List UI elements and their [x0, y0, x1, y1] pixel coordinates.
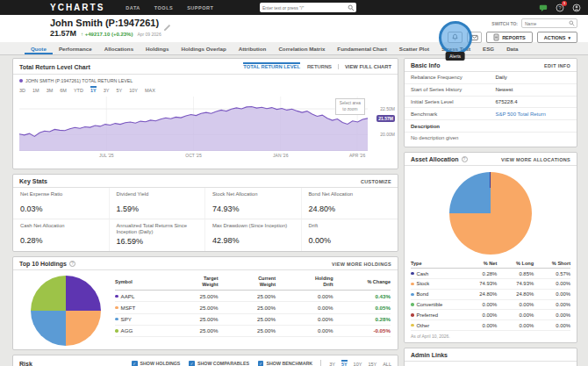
percent-net: 74.93%: [460, 281, 497, 286]
allocation-row-stock: Stock74.93%74.93%0.00%: [411, 279, 570, 290]
admin-link-john-smith-admin[interactable]: John Smith Admin: [405, 362, 577, 366]
stat-value: 24.80%: [309, 205, 391, 213]
chat-icon[interactable]: [539, 4, 548, 12]
chart-range-10y[interactable]: 10Y: [129, 86, 138, 93]
stat-label: Drift: [309, 223, 391, 234]
chart-range-5y[interactable]: 5Y: [116, 86, 122, 93]
holding-symbol: SPY: [115, 316, 161, 322]
checkbox-show-benchmark[interactable]: ✓SHOW BENCHMARK: [258, 361, 312, 366]
target-weight: 25.00%: [161, 316, 219, 322]
chart-range-3y[interactable]: 3Y: [104, 86, 110, 93]
chart-range-max[interactable]: MAX: [145, 86, 155, 93]
key-stat-drift: Drift0.00%: [302, 219, 398, 251]
view-full-chart-link[interactable]: VIEW FULL CHART: [338, 64, 391, 69]
column-header-target-weight: Target Weight: [161, 276, 219, 288]
edit-pencil-icon[interactable]: [163, 19, 171, 27]
risk-range-15y[interactable]: 15Y: [368, 360, 376, 366]
allocation-type: Stock: [411, 281, 460, 286]
checkbox-show-comparables[interactable]: ✓SHOW COMPARABLES: [189, 361, 249, 366]
checkbox-show-holdings[interactable]: ✓SHOW HOLDINGS: [132, 361, 180, 366]
allocation-type: Preferred: [411, 312, 460, 318]
total-return-area-chart[interactable]: [19, 97, 368, 151]
holding-row-msft[interactable]: MSFT25.00%25.00%0.00%0.05%: [115, 302, 391, 313]
target-weight: 25.00%: [161, 293, 219, 299]
info-row-start-of-series-history: Start of Series HistoryNewest: [405, 84, 577, 97]
view-more-holdings-link[interactable]: VIEW MORE HOLDINGS: [332, 262, 391, 267]
view-more-allocations-link[interactable]: VIEW MORE ALLOCATIONS: [501, 157, 570, 162]
checked-checkbox-icon[interactable]: ✓: [132, 361, 138, 366]
percent-short: 0.00%: [534, 323, 570, 328]
info-value[interactable]: S&P 500 Total Return: [495, 111, 545, 117]
top-nav-item-data[interactable]: DATA: [125, 5, 140, 11]
notification-badge: 1: [562, 1, 567, 6]
column-header-holding-drift: Holding Drift: [276, 276, 333, 288]
tab-correlation-matrix[interactable]: Correlation Matrix: [272, 42, 331, 54]
holding-drift: 0.00%: [276, 316, 333, 322]
stat-value: 74.93%: [212, 205, 294, 213]
email-button[interactable]: [467, 32, 482, 43]
holdings-table: SymbolTarget WeightCurrent WeightHolding…: [115, 275, 391, 337]
info-label: Initial Series Level: [411, 99, 495, 104]
tab-data[interactable]: Data: [500, 42, 524, 54]
tab-holdings-overlap[interactable]: Holdings Overlap: [176, 42, 233, 54]
user-icon[interactable]: [572, 4, 581, 12]
stat-value: 0.03%: [20, 205, 102, 213]
risk-range-5y[interactable]: 5Y: [341, 360, 348, 366]
current-weight: 25.00%: [219, 316, 276, 322]
info-icon[interactable]: ?: [69, 261, 75, 267]
tab-allocations[interactable]: Allocations: [98, 42, 140, 54]
alerts-button[interactable]: [448, 32, 463, 43]
stat-value: 16.59%: [117, 237, 198, 246]
tab-quote[interactable]: Quote: [25, 42, 53, 54]
ycharts-logo[interactable]: YCHARTS: [50, 3, 104, 12]
percent-long: 0.00%: [497, 312, 534, 318]
x-axis-label: JAN '26: [273, 153, 288, 158]
chart-toggle-returns[interactable]: RETURNS: [307, 62, 332, 71]
tab-attribution[interactable]: Attribution: [233, 42, 273, 54]
chart-legend-row: JOHN SMITH (P:1947261) TOTAL RETURN LEVE…: [13, 75, 398, 84]
column-header-net: % Net: [460, 261, 497, 266]
chart-range-3m[interactable]: 3M: [47, 86, 54, 93]
holding-row-spy[interactable]: SPY25.00%25.00%0.00%0.28%: [115, 314, 391, 326]
top-nav-item-support[interactable]: SUPPORT: [187, 5, 213, 11]
chart-range-1m[interactable]: 1M: [32, 86, 39, 93]
tab-fundamental-chart[interactable]: Fundamental Chart: [331, 42, 392, 54]
customize-link[interactable]: CUSTOMIZE: [361, 179, 391, 184]
top-holdings-panel: Top 10 Holdings? VIEW MORE HOLDINGS Symb…: [12, 256, 398, 350]
tab-performance[interactable]: Performance: [53, 42, 98, 54]
holding-drift: 0.00%: [276, 305, 333, 311]
search-icon[interactable]: [348, 4, 355, 11]
chart-range-3d[interactable]: 3D: [19, 86, 25, 93]
chart-range-ytd[interactable]: YTD: [74, 86, 83, 93]
holding-row-aapl[interactable]: AAPL25.00%25.00%0.00%0.43%: [115, 291, 391, 302]
tab-holdings[interactable]: Holdings: [140, 42, 175, 54]
switch-to-input[interactable]: [525, 21, 569, 26]
percent-short: 0.00%: [534, 281, 570, 286]
top-nav-item-tools[interactable]: TOOLS: [154, 5, 173, 11]
chart-range-1y[interactable]: 1Y: [90, 86, 97, 93]
actions-button[interactable]: ACTIONS ▾: [537, 32, 577, 43]
edit-info-link[interactable]: EDIT INFO: [544, 63, 570, 68]
risk-range-all[interactable]: ALL: [383, 360, 391, 366]
checked-checkbox-icon[interactable]: ✓: [258, 361, 264, 366]
tab-scatter-plot[interactable]: Scatter Plot: [393, 42, 435, 54]
global-search-input[interactable]: [260, 5, 348, 11]
chart-toggle-total-return-level[interactable]: TOTAL RETURN LEVEL: [243, 62, 300, 71]
checked-checkbox-icon[interactable]: ✓: [189, 361, 195, 366]
current-weight: 25.00%: [219, 327, 276, 334]
stat-label: Annualized Total Returns Since Inception…: [117, 223, 198, 235]
holding-row-agg[interactable]: AGG25.00%25.00%0.00%-0.05%: [115, 326, 391, 337]
info-icon[interactable]: ?: [462, 156, 468, 162]
tab-esg[interactable]: ESG: [477, 42, 500, 54]
risk-range-3y[interactable]: 3Y: [329, 360, 335, 366]
bell-icon: [451, 33, 459, 41]
risk-range-10y[interactable]: 10Y: [354, 360, 362, 366]
search-icon: [569, 20, 575, 26]
percent-short: 0.00%: [534, 302, 570, 307]
chart-range-6m[interactable]: 6M: [60, 86, 67, 93]
reports-button[interactable]: REPORTS: [486, 32, 533, 43]
chart-plot-area: Select area to zoom 21.57M 22.50M20.00M: [19, 97, 368, 151]
type-dot: [411, 293, 414, 297]
symbol-dot: [115, 306, 118, 310]
help-icon[interactable]: ? 1: [556, 4, 564, 12]
